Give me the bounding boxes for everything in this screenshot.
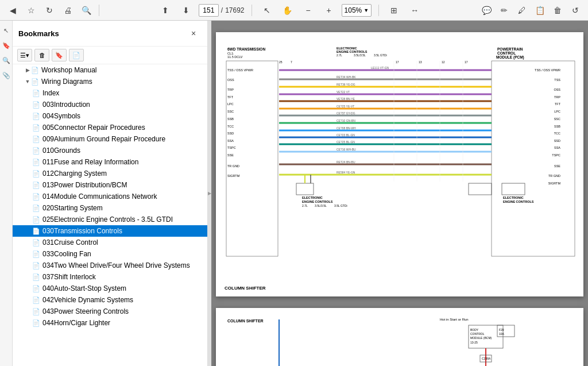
- bookmark-wiring-diagrams[interactable]: ▼ 📄 Wiring Diagrams: [13, 76, 207, 87]
- side-icon-cursor[interactable]: ↖: [1, 25, 11, 36]
- highlight-btn[interactable]: 🖊: [514, 2, 530, 18]
- zoom-dropdown-icon[interactable]: ▼: [363, 7, 369, 13]
- cursor-btn[interactable]: ↖: [259, 2, 275, 18]
- page-icon-031: 📄: [32, 239, 40, 246]
- svg-text:SSC: SSC: [554, 117, 560, 121]
- side-icon-bookmark[interactable]: 🔖: [1, 40, 11, 51]
- svg-text:CE?16 WH-BU: CE?16 WH-BU: [336, 148, 356, 151]
- svg-text:10A: 10A: [499, 332, 505, 336]
- bookmark-label-040: 040Auto-Start-Stop System: [42, 284, 126, 292]
- svg-text:SSB: SSB: [227, 117, 234, 121]
- page-icon-040: 📄: [32, 285, 40, 292]
- side-icon-attach[interactable]: 📎: [1, 70, 11, 80]
- page-up-btn[interactable]: ⬆: [157, 2, 173, 18]
- svg-text:2.7L: 2.7L: [302, 204, 308, 207]
- toolbar-right: 💬 ✏ 🖊 📋 🗑 ↺: [478, 2, 583, 18]
- svg-text:TRP: TRP: [554, 95, 560, 99]
- bookmark-index[interactable]: 📄 Index: [13, 87, 207, 99]
- svg-text:SIGRTM: SIGRTM: [227, 174, 240, 178]
- bookmark-010grounds[interactable]: 📄 010Grounds: [13, 145, 207, 156]
- svg-text:TRP: TRP: [227, 88, 234, 91]
- svg-text:MODULE (PCM): MODULE (PCM): [496, 55, 524, 60]
- bookmark-025electronic[interactable]: 📄 025Electronic Engine Controls - 3.5L G…: [13, 214, 207, 225]
- zoom-in-btn[interactable]: +: [321, 2, 337, 18]
- refresh-btn[interactable]: ↻: [41, 2, 57, 18]
- zoom-control[interactable]: 105% ▼: [342, 4, 372, 17]
- stamp-btn[interactable]: 📋: [532, 2, 548, 18]
- page-icon-034: 📄: [32, 262, 40, 269]
- bookmark-014module[interactable]: 📄 014Module Communications Network: [13, 191, 207, 202]
- svg-text:BODY: BODY: [470, 328, 479, 332]
- delete-btn[interactable]: 🗑: [550, 2, 566, 18]
- bookmark-031cruise[interactable]: 📄 031Cruise Control: [13, 237, 207, 248]
- page-down-btn[interactable]: ⬇: [178, 2, 194, 18]
- fit-page-btn[interactable]: ⊞: [386, 2, 402, 18]
- svg-text:6WD TRANSMISSION: 6WD TRANSMISSION: [227, 47, 265, 51]
- bm-delete-btn[interactable]: 🗑: [34, 49, 49, 61]
- bm-add-btn[interactable]: 🔖: [52, 49, 67, 61]
- bookmark-label-012: 012Charging System: [42, 169, 107, 178]
- bookmark-043power[interactable]: 📄 043Power Steering Controls: [13, 306, 207, 317]
- svg-text:F29: F29: [499, 328, 504, 332]
- bookmark-011fuse[interactable]: 📄 011Fuse and Relay Information: [13, 156, 207, 168]
- bookmarks-close-btn[interactable]: ×: [185, 25, 202, 41]
- svg-text:C238A: C238A: [482, 357, 491, 360]
- svg-rect-7: [492, 61, 575, 256]
- bm-expand-btn[interactable]: 📄: [69, 49, 84, 61]
- svg-text:3.5L/3.5L: 3.5L/3.5L: [354, 53, 366, 57]
- page-icon-014: 📄: [32, 193, 40, 201]
- fit-width-btn[interactable]: ↔: [407, 2, 423, 18]
- expand-wiring-icon[interactable]: ▼: [24, 78, 31, 85]
- print-btn[interactable]: 🖨: [60, 2, 76, 18]
- bookmark-044horn[interactable]: 📄 044Horn/Cigar Lighter: [13, 317, 207, 329]
- bookmark-042vehicle[interactable]: 📄 042Vehicle Dynamic Systems: [13, 294, 207, 306]
- bookmark-013power[interactable]: 📄 013Power Distribution/BCM: [13, 179, 207, 191]
- svg-text:TSPC: TSPC: [552, 153, 560, 157]
- bookmark-003intro[interactable]: 📄 003Introduction: [13, 99, 207, 110]
- bookmark-020starting[interactable]: 📄 020Starting System: [13, 202, 207, 214]
- toolbar: ◀ ☆ ↻ 🖨 🔍 ⬆ ⬇ 151 / 17692 ↖ ✋ − + 105% ▼…: [0, 0, 588, 21]
- bookmark-012charging[interactable]: 📄 012Charging System: [13, 168, 207, 179]
- zoom-out-toolbar-btn[interactable]: 🔍: [78, 2, 94, 18]
- bm-options-btn[interactable]: ☰▾: [17, 49, 32, 61]
- rotate-btn[interactable]: ↺: [567, 2, 583, 18]
- svg-text:POWERTRAIN: POWERTRAIN: [497, 47, 523, 51]
- svg-text:COLUMN SHIFTER: COLUMN SHIFTER: [227, 319, 264, 323]
- bookmark-009aluminum[interactable]: 📄 009Aluminum Ground Repair Procedure: [13, 133, 207, 145]
- bookmark-star-btn[interactable]: ☆: [23, 2, 39, 18]
- hand-btn[interactable]: ✋: [280, 2, 296, 18]
- toolbar-center: ⬆ ⬇ 151 / 17692 ↖ ✋ − + 105% ▼ ⊞ ↔: [104, 2, 476, 18]
- pdf-viewer[interactable]: 6WD TRANSMISSION CL1: 11.5 DCLV POWERTRA…: [211, 21, 588, 366]
- bookmark-040auto[interactable]: 📄 040Auto-Start-Stop System: [13, 283, 207, 294]
- main-area: ↖ 🔖 🔍 📎 Bookmarks × ☰▾ 🗑 🔖 📄 ▶ 📄 Worksho…: [0, 21, 588, 366]
- page-icon-index: 📄: [32, 90, 40, 97]
- comment-btn[interactable]: 💬: [478, 2, 494, 18]
- zoom-out-btn[interactable]: −: [300, 2, 316, 18]
- bookmark-label-020: 020Starting System: [42, 204, 103, 212]
- side-icon-search[interactable]: 🔍: [1, 55, 11, 66]
- svg-text:LPC: LPC: [554, 110, 560, 113]
- bookmark-037shift[interactable]: 📄 037Shift Interlock: [13, 271, 207, 283]
- expand-workshop-icon[interactable]: ▶: [24, 67, 31, 74]
- pen-btn[interactable]: ✏: [496, 2, 512, 18]
- bookmark-label-030: 030Transmission Controls: [42, 227, 122, 235]
- page-number-input[interactable]: 151: [199, 4, 219, 17]
- bookmark-033cooling[interactable]: 📄 033Cooling Fan: [13, 248, 207, 260]
- bookmarks-list: ▶ 📄 Workshop Manual ▼ 📄 Wiring Diagrams …: [13, 64, 207, 366]
- bookmark-030transmission[interactable]: 📄 030Transmission Controls: [13, 225, 207, 237]
- svg-text:RET36 YE-DG: RET36 YE-DG: [336, 83, 355, 86]
- bookmark-workshop-manual[interactable]: ▶ 📄 Workshop Manual: [13, 64, 207, 76]
- bookmarks-title: Bookmarks: [18, 29, 59, 38]
- back-btn[interactable]: ◀: [5, 2, 21, 18]
- bookmark-label-042: 042Vehicle Dynamic Systems: [42, 296, 133, 304]
- bookmark-034two[interactable]: 📄 034Two Wheel Drive/Four Wheel Drive Sy…: [13, 260, 207, 271]
- bookmark-005connector[interactable]: 📄 005Connector Repair Procedures: [13, 122, 207, 133]
- svg-text:TSPC: TSPC: [227, 146, 236, 149]
- svg-text:ELECTRONIC: ELECTRONIC: [503, 196, 524, 199]
- bookmark-004symbols[interactable]: 📄 004Symbols: [13, 110, 207, 122]
- svg-text:2.7L: 2.7L: [336, 53, 342, 57]
- bookmark-label-011: 011Fuse and Relay Information: [42, 158, 138, 166]
- svg-text:SSA: SSA: [227, 139, 234, 142]
- page-icon-012: 📄: [32, 170, 40, 178]
- page-icon-009: 📄: [32, 136, 40, 143]
